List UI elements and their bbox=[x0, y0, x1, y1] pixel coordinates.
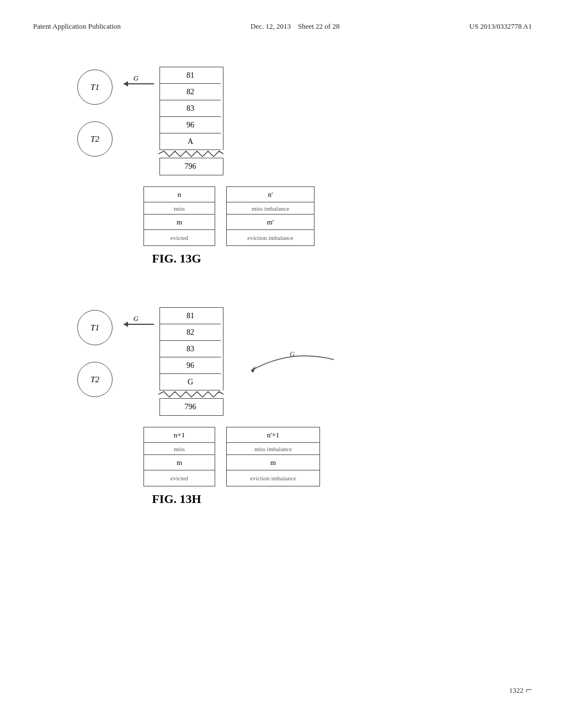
fig13g-counter-left-bot-val: m bbox=[144, 215, 215, 230]
fig13h-counter-right-top-val: n'+1 bbox=[227, 427, 319, 443]
header-sheet: Sheet 22 of 28 bbox=[298, 22, 339, 30]
diagrams-container: T1 T2 G bbox=[33, 64, 532, 545]
fig13h-cell-G: G bbox=[160, 374, 221, 390]
fig13h-cell-82: 82 bbox=[160, 324, 221, 341]
fig13h-g-label: G bbox=[134, 314, 138, 323]
fig13g-zigzag bbox=[158, 150, 223, 158]
fig13h-counter-right: n'+1 miss imbalance m eviction imbalance bbox=[226, 427, 320, 486]
fig13g-label: FIG. 13G bbox=[121, 251, 232, 266]
header-date: Dec. 12, 2013 bbox=[250, 22, 291, 30]
page: Patent Application Publication Dec. 12, … bbox=[0, 0, 565, 728]
fig13h-arrow-area: G bbox=[124, 314, 154, 325]
page-bracket: ⌐ bbox=[526, 684, 532, 695]
page-header: Patent Application Publication Dec. 12, … bbox=[33, 22, 532, 31]
fig13h-arrow bbox=[124, 324, 154, 325]
fig13h-cell-96: 96 bbox=[160, 357, 221, 374]
fig13g-circles: T1 T2 bbox=[77, 69, 113, 173]
fig13g-cell-83: 83 bbox=[160, 100, 221, 117]
fig13h-counter-right-bot-val: m bbox=[227, 455, 319, 470]
fig13h-counter-left-top-val: n+1 bbox=[144, 427, 215, 443]
fig13h-counter-left-top-lbl: miss bbox=[144, 443, 215, 455]
fig13g-cell-796: 796 bbox=[160, 158, 221, 175]
fig13h-zigzag bbox=[158, 390, 223, 398]
fig13h-cell-83: 83 bbox=[160, 341, 221, 357]
page-number: 1322 ⌐ bbox=[509, 684, 532, 695]
fig13h-curved-arrow-area: G bbox=[246, 349, 345, 389]
fig13g-counter-right: n' miss imbalance m' eviction imbalance bbox=[226, 186, 315, 246]
circle-T2: T2 bbox=[77, 121, 113, 157]
fig13g-cell-A: A bbox=[160, 133, 221, 150]
fig13h-circles: T1 T2 bbox=[77, 310, 113, 414]
figure-13h-block: T1 T2 G bbox=[33, 304, 532, 506]
fig13h-cell-796: 796 bbox=[160, 399, 221, 415]
fig13g-cell-81: 81 bbox=[160, 67, 221, 84]
fig13h-counter-right-top-lbl: miss imbalance bbox=[227, 443, 319, 455]
fig13h-diagram: T1 T2 G bbox=[77, 304, 532, 416]
fig13g-cell-82: 82 bbox=[160, 84, 221, 100]
fig13h-counters: n+1 miss m evicted n'+1 miss imbalance m… bbox=[143, 427, 532, 486]
circle-T1: T1 bbox=[77, 69, 113, 105]
header-left: Patent Application Publication bbox=[33, 22, 121, 31]
fig13h-stack-upper: 81 82 83 96 G bbox=[159, 307, 223, 390]
fig13g-counter-right-bot-lbl: eviction imbalance bbox=[227, 230, 314, 245]
fig13g-counters: n miss m evicted n' miss imbalance m' ev… bbox=[143, 186, 532, 246]
figure-13g-block: T1 T2 G bbox=[33, 64, 532, 266]
fig13g-g-label: G bbox=[134, 74, 138, 83]
header-center: Dec. 12, 2013 Sheet 22 of 28 bbox=[250, 22, 339, 31]
fig13h-label: FIG. 13H bbox=[121, 492, 232, 506]
fig13g-stack-lower: 796 bbox=[159, 158, 223, 175]
fig13h-counter-left: n+1 miss m evicted bbox=[143, 427, 215, 486]
fig13h-stack: 81 82 83 96 G 796 bbox=[159, 307, 223, 416]
fig13g-counter-right-top-val: n' bbox=[227, 187, 314, 202]
fig13h-curved-arrow-svg: G bbox=[246, 349, 345, 387]
svg-marker-1 bbox=[251, 366, 255, 373]
fig13h-cell-81: 81 bbox=[160, 308, 221, 324]
fig13g-counter-right-bot-val: m' bbox=[227, 215, 314, 230]
fig13h-counter-left-bot-lbl: evicted bbox=[144, 470, 215, 486]
fig13g-counter-left-top-val: n bbox=[144, 187, 215, 202]
fig13g-stack-upper: 81 82 83 96 A bbox=[159, 67, 223, 150]
fig13g-diagram: T1 T2 G bbox=[77, 64, 532, 175]
header-right: US 2013/0332778 A1 bbox=[470, 22, 532, 31]
fig13g-counter-left-top-lbl: miss bbox=[144, 202, 215, 215]
fig13g-stack: 81 82 83 96 A 796 bbox=[159, 67, 223, 175]
fig13h-counter-left-bot-val: m bbox=[144, 455, 215, 470]
fig13g-counter-left-bot-lbl: evicted bbox=[144, 230, 215, 245]
fig13g-counter-right-top-lbl: miss imbalance bbox=[227, 202, 314, 215]
fig13h-circle-T1: T1 bbox=[77, 310, 113, 345]
fig13h-circle-T2: T2 bbox=[77, 362, 113, 397]
fig13g-arrow-area: G bbox=[124, 74, 154, 84]
fig13g-arrow bbox=[124, 83, 154, 84]
fig13h-stack-lower: 796 bbox=[159, 398, 223, 416]
fig13g-cell-96: 96 bbox=[160, 117, 221, 133]
fig13h-counter-right-bot-lbl: eviction imbalance bbox=[227, 470, 319, 486]
fig13g-counter-left: n miss m evicted bbox=[143, 186, 215, 246]
